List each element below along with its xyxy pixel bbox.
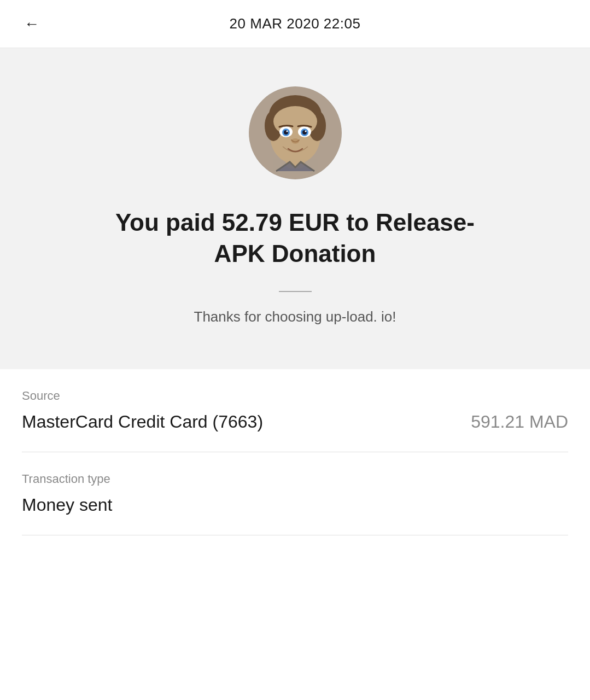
- thanks-message: Thanks for choosing up-load. io!: [194, 308, 396, 325]
- payment-title: You paid 52.79 EUR to Release-APK Donati…: [104, 207, 487, 269]
- source-value: MasterCard Credit Card (7663): [22, 412, 263, 432]
- header-timestamp: 20 MAR 2020 22:05: [230, 15, 361, 32]
- source-amount: 591.21 MAD: [471, 412, 568, 432]
- source-value-row: MasterCard Credit Card (7663) 591.21 MAD: [22, 412, 568, 432]
- back-arrow-icon: ←: [24, 15, 39, 33]
- details-section: Source MasterCard Credit Card (7663) 591…: [0, 369, 590, 535]
- source-label: Source: [22, 389, 568, 403]
- svg-point-13: [286, 131, 288, 132]
- transaction-type-value: Money sent: [22, 495, 112, 515]
- header: ← 20 MAR 2020 22:05: [0, 0, 590, 48]
- transaction-type-value-row: Money sent: [22, 495, 568, 515]
- source-row: Source MasterCard Credit Card (7663) 591…: [22, 369, 568, 452]
- avatar-image: [249, 86, 342, 179]
- transaction-type-row: Transaction type Money sent: [22, 452, 568, 535]
- hero-section: You paid 52.79 EUR to Release-APK Donati…: [0, 48, 590, 369]
- avatar: [249, 86, 342, 179]
- section-divider: [279, 291, 312, 292]
- svg-point-14: [305, 131, 306, 132]
- transaction-type-label: Transaction type: [22, 472, 568, 486]
- back-button[interactable]: ←: [22, 13, 42, 35]
